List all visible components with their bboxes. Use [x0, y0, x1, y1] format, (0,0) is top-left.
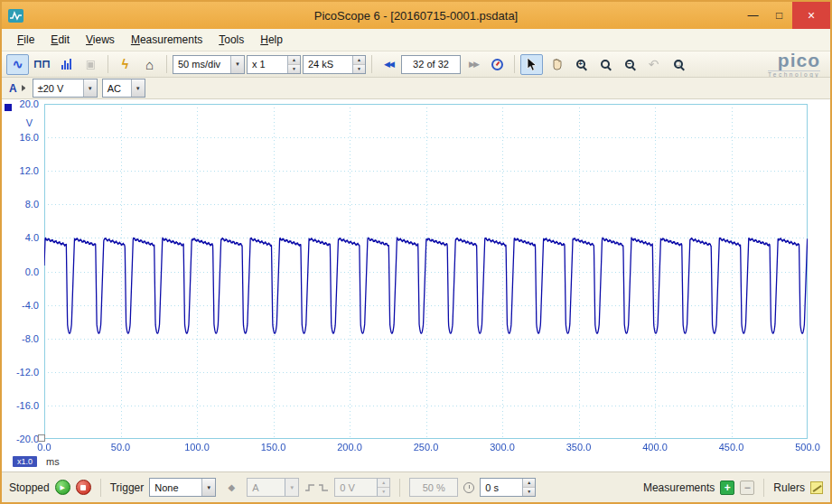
add-measurement-button[interactable]: + — [720, 481, 734, 495]
chevron-down-icon: ▼ — [83, 79, 97, 97]
maximize-button[interactable]: □ — [766, 5, 792, 25]
menu-tools[interactable]: Tools — [210, 31, 252, 49]
channel-a-label[interactable]: A — [9, 82, 17, 95]
rulers-icon[interactable] — [810, 481, 823, 494]
main-toolbar: ∿ ⊓⊓ ▣ ϟ ⌂ 50 ms/div ▼ x 1 ▲▼ 24 kS ▲▼ ◀… — [2, 51, 830, 78]
menu-help[interactable]: Help — [252, 31, 291, 49]
trigger-label: Trigger — [110, 481, 145, 494]
x-tick-label: 0.0 — [37, 442, 51, 453]
normal-selection-tool-button[interactable] — [520, 54, 543, 75]
zoom-spinner[interactable]: x 1 ▲▼ — [247, 55, 301, 74]
toolbar-separator — [371, 55, 372, 73]
timebase-select[interactable]: 50 ms/div ▼ — [173, 55, 245, 74]
zoom-out-icon: − — [625, 60, 634, 69]
zoom-factor-badge: x1.0 — [13, 456, 37, 467]
rising-edge-icon[interactable] — [304, 483, 315, 492]
trigger-marker-icon: ◆ — [228, 482, 235, 492]
spectrum-view-button[interactable] — [55, 54, 78, 75]
menu-measurements[interactable]: Measurements — [123, 31, 210, 49]
samples-spinner[interactable]: 24 kS ▲▼ — [303, 55, 366, 74]
trigger-source-select[interactable]: A ▼ — [247, 478, 299, 497]
trigger-delay-spinner[interactable]: 0 s ▲▼ — [480, 478, 536, 497]
zoom-in-icon: + — [576, 60, 585, 69]
hand-icon — [550, 58, 563, 70]
y-tick-label: 16.0 — [2, 132, 39, 143]
clock-icon — [463, 482, 474, 493]
spinner-arrows-icon[interactable]: ▲▼ — [522, 479, 535, 496]
y-tick-label: 8.0 — [2, 199, 39, 210]
lightning-icon: ϟ — [122, 57, 128, 71]
window-title: PicoScope 6 - [20160715-0001.psdata] — [2, 9, 830, 23]
zoom-indicator-row: x1.0 ms — [13, 456, 60, 467]
split-view-button[interactable]: ▣ — [79, 54, 102, 75]
y-axis-unit: V — [2, 117, 33, 128]
minimize-button[interactable]: — — [740, 5, 766, 25]
menu-views[interactable]: Views — [78, 31, 123, 49]
app-icon — [8, 9, 23, 23]
trigger-mode-select[interactable]: None ▼ — [149, 478, 216, 497]
buffer-navigator-button[interactable] — [486, 54, 509, 75]
channel-a-coupling-value: AC — [103, 79, 131, 97]
stop-capture-button[interactable] — [76, 480, 91, 495]
falling-edge-icon[interactable] — [318, 483, 329, 492]
plot-area[interactable] — [44, 104, 808, 439]
trigger-level-spinner[interactable]: 0 V ▲▼ — [334, 478, 390, 497]
spinner-arrows-icon[interactable]: ▲▼ — [377, 479, 389, 496]
start-capture-button[interactable]: ▶ — [55, 480, 70, 495]
zoom-in-tool-button[interactable]: + — [569, 54, 592, 75]
y-tick-label: -20.0 — [2, 434, 39, 444]
square-wave-icon: ⊓⊓ — [33, 58, 51, 70]
y-tick-label: -16.0 — [2, 400, 39, 411]
persistence-view-button[interactable]: ⊓⊓ — [31, 54, 53, 75]
x-tick-label: 200.0 — [337, 442, 362, 453]
home-button[interactable]: ⌂ — [138, 54, 161, 75]
zoom-value: x 1 — [248, 56, 287, 73]
menu-file[interactable]: File — [9, 31, 42, 49]
trigger-marker-button[interactable]: ◆ — [221, 478, 241, 497]
undo-zoom-button[interactable]: ↶ — [642, 54, 665, 75]
capture-status-text: Stopped — [9, 481, 50, 494]
pre-trigger-field[interactable]: 50 % — [409, 478, 458, 497]
y-tick-label: 0.0 — [2, 266, 39, 277]
trigger-level-value: 0 V — [335, 479, 377, 496]
measurements-label: Measurements — [643, 481, 715, 494]
menu-bar: File Edit Views Measurements Tools Help — [2, 29, 830, 51]
pico-logo-subtext: Technology — [768, 70, 820, 79]
x-tick-label: 450.0 — [719, 442, 744, 453]
chevron-down-icon: ▼ — [285, 479, 298, 496]
auto-setup-button[interactable]: ϟ — [114, 54, 136, 75]
axis-handle[interactable] — [38, 434, 45, 442]
toolbar-separator — [514, 55, 515, 73]
scope-view-button[interactable]: ∿ — [6, 54, 29, 75]
channel-a-coupling-select[interactable]: AC ▼ — [102, 79, 145, 98]
channel-toolbar: A ±20 V ▼ AC ▼ — [2, 78, 830, 99]
undo-arrow-icon: ↶ — [649, 57, 659, 71]
zoom-overview-button[interactable]: □ — [667, 54, 689, 75]
spinner-arrows-icon[interactable]: ▲▼ — [352, 56, 365, 73]
scope-view: V 20.016.012.08.04.00.0-4.0-8.0-12.0-16.… — [2, 99, 830, 471]
y-tick-label: -4.0 — [2, 300, 39, 311]
double-left-arrow-icon: ◀◀ — [384, 60, 393, 69]
buffer-prev-button[interactable]: ◀◀ — [378, 55, 399, 74]
close-button[interactable]: × — [792, 2, 830, 29]
buffer-next-button[interactable]: ▶▶ — [463, 55, 484, 74]
delete-measurement-button[interactable]: − — [740, 481, 754, 495]
cursor-arrow-icon — [526, 58, 538, 71]
samples-value: 24 kS — [304, 56, 352, 73]
rulers-label: Rulers — [773, 481, 805, 494]
statusbar-separator — [763, 479, 764, 497]
hand-tool-button[interactable] — [545, 54, 567, 75]
x-axis-unit: ms — [46, 456, 60, 467]
menu-edit[interactable]: Edit — [42, 31, 78, 49]
pre-trigger-value: 50 % — [423, 482, 445, 493]
marquee-zoom-tool-button[interactable] — [594, 54, 616, 75]
spinner-arrows-icon[interactable]: ▲▼ — [287, 56, 300, 73]
buffer-position-field[interactable]: 32 of 32 — [401, 55, 461, 74]
y-tick-label: -12.0 — [2, 367, 39, 378]
picoscope-window: PicoScope 6 - [20160715-0001.psdata] — □… — [0, 0, 832, 504]
channel-a-range-select[interactable]: ±20 V ▼ — [33, 79, 98, 98]
trigger-source-value: A — [248, 479, 285, 496]
home-icon: ⌂ — [145, 57, 154, 72]
zoom-out-tool-button[interactable]: − — [618, 54, 640, 75]
magnifier-icon — [601, 60, 610, 69]
